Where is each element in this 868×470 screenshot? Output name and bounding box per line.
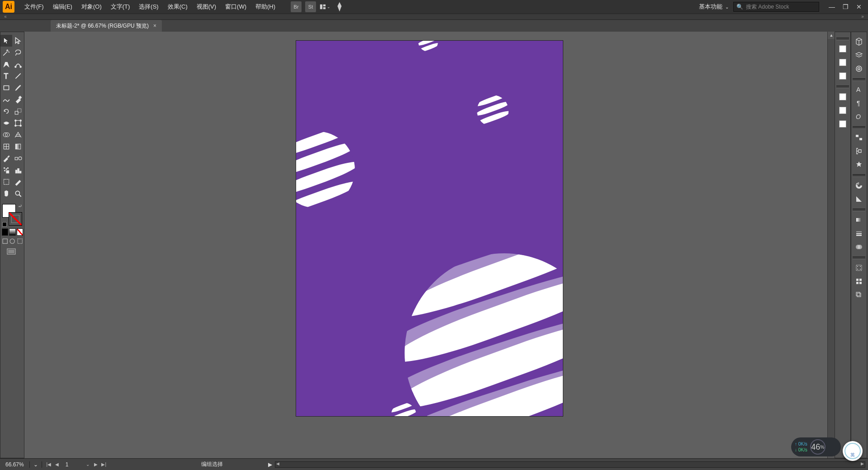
workspace-selector[interactable]: 基本功能 ⌄ [699, 3, 729, 11]
menu-edit[interactable]: 编辑(E) [48, 0, 77, 14]
eyedropper-tool[interactable] [0, 152, 12, 164]
color-panel-icon[interactable] [853, 179, 865, 192]
scale-tool[interactable] [12, 105, 24, 117]
canvas-area[interactable]: ▲ ▼ [24, 32, 835, 458]
type-tool[interactable]: T [0, 70, 12, 82]
swatch-3[interactable] [837, 69, 849, 83]
draw-normal-icon[interactable] [2, 237, 8, 245]
ime-indicator[interactable]: 英 [843, 441, 863, 461]
status-expander-icon[interactable]: ▶ [268, 461, 272, 468]
swap-fill-stroke-icon[interactable]: ⤾ [18, 203, 22, 209]
default-fill-stroke-icon[interactable] [2, 222, 7, 227]
pathfinder-panel-icon[interactable] [853, 158, 865, 171]
swatch-1[interactable] [837, 42, 849, 56]
menu-view[interactable]: 视图(V) [192, 0, 221, 14]
paragraph-panel-icon[interactable]: ¶ [853, 96, 865, 110]
expand-left-icon[interactable]: « [0, 14, 11, 19]
eraser-tool[interactable] [12, 94, 24, 105]
rectangle-tool[interactable] [0, 82, 12, 94]
artboard-number[interactable]: 1 [61, 461, 84, 468]
color-mode-none[interactable] [17, 228, 23, 236]
shape-builder-tool[interactable] [0, 129, 12, 141]
artboard-last-icon[interactable]: ▶| [100, 461, 108, 469]
symbols-panel-icon[interactable] [853, 288, 865, 302]
screen-mode-button[interactable] [0, 248, 24, 255]
line-tool[interactable] [12, 70, 24, 82]
artboard-tool[interactable] [0, 176, 12, 188]
menu-window[interactable]: 窗口(W) [221, 0, 251, 14]
bridge-icon[interactable]: Br [291, 1, 302, 12]
color-guide-panel-icon[interactable] [853, 192, 865, 206]
document-tab[interactable]: 未标题-2* @ 66.67% (RGB/GPU 预览) × [51, 20, 162, 32]
slice-tool[interactable] [12, 176, 24, 188]
gradient-panel-icon[interactable] [853, 213, 865, 227]
swatch-6[interactable] [837, 117, 849, 131]
column-graph-tool[interactable] [12, 164, 24, 176]
color-mode-solid[interactable] [2, 228, 8, 236]
appearance-panel-icon[interactable] [853, 261, 865, 275]
arrange-docs-icon[interactable]: ⌄ [320, 1, 330, 12]
perspective-grid-tool[interactable] [12, 129, 24, 141]
opentype-panel-icon[interactable]: O [853, 110, 865, 123]
curvature-tool[interactable] [12, 58, 24, 70]
menu-object[interactable]: 对象(O) [77, 0, 106, 14]
artboard-menu-chevron[interactable]: ⌄ [84, 461, 92, 469]
paintbrush-tool[interactable] [12, 82, 24, 94]
search-stock-input[interactable]: 🔍 搜索 Adobe Stock [733, 2, 819, 12]
selection-tool[interactable] [0, 35, 12, 47]
libraries-panel-icon[interactable] [853, 35, 865, 48]
layers-panel-icon[interactable] [853, 48, 865, 62]
color-mode-gradient[interactable] [9, 228, 15, 236]
free-transform-tool[interactable] [12, 117, 24, 129]
horizontal-scrollbar[interactable] [275, 461, 865, 468]
transform-panel-icon[interactable] [853, 131, 865, 144]
system-monitor-widget[interactable]: ↑ 0K/s ↓ 0K/s 46% [791, 437, 841, 456]
close-tab-icon[interactable]: × [153, 23, 156, 29]
maximize-button[interactable]: ❐ [839, 2, 852, 11]
direct-selection-tool[interactable] [12, 35, 24, 47]
rotate-tool[interactable] [0, 105, 12, 117]
artboard-first-icon[interactable]: |◀ [45, 461, 53, 469]
fill-stroke-control[interactable]: ⤾ [1, 203, 23, 227]
artboard-prev-icon[interactable]: ◀ [53, 461, 61, 469]
scroll-up-icon[interactable]: ▲ [828, 32, 835, 39]
draw-inside-icon[interactable] [17, 237, 23, 245]
gpu-rocket-icon[interactable] [334, 1, 345, 12]
menu-select[interactable]: 选择(S) [134, 0, 163, 14]
artboard-next-icon[interactable]: ▶ [92, 461, 100, 469]
symbol-sprayer-tool[interactable] [0, 164, 12, 176]
align-panel-icon[interactable] [853, 144, 865, 158]
zoom-menu-chevron[interactable]: ⌄ [29, 461, 42, 468]
shaper-tool[interactable] [0, 94, 12, 105]
hand-tool[interactable] [0, 188, 12, 199]
zoom-level[interactable]: 66.67% [0, 461, 29, 468]
pen-tool[interactable] [0, 58, 12, 70]
menu-help[interactable]: 帮助(H) [251, 0, 280, 14]
lasso-tool[interactable] [12, 47, 24, 58]
graphic-styles-panel-icon[interactable] [853, 275, 865, 288]
swatch-5[interactable] [837, 104, 849, 117]
stock-icon[interactable]: St [305, 1, 316, 12]
menu-effect[interactable]: 效果(C) [163, 0, 192, 14]
stroke-swatch[interactable] [9, 212, 22, 226]
minimize-button[interactable]: — [826, 2, 838, 11]
width-tool[interactable] [0, 117, 12, 129]
blend-tool[interactable] [12, 152, 24, 164]
zoom-tool[interactable] [12, 188, 24, 199]
expand-right-icon[interactable]: » [857, 14, 868, 19]
swatch-2[interactable] [837, 56, 849, 69]
transparency-panel-icon[interactable] [853, 240, 865, 254]
gradient-tool[interactable] [12, 141, 24, 152]
svg-rect-2 [323, 7, 326, 9]
menu-type[interactable]: 文字(T) [106, 0, 135, 14]
mesh-tool[interactable] [0, 141, 12, 152]
character-panel-icon[interactable]: A [853, 83, 865, 96]
cc-libraries-icon[interactable] [853, 62, 865, 76]
close-button[interactable]: ✕ [853, 2, 865, 11]
vertical-scrollbar[interactable]: ▲ ▼ [827, 32, 835, 458]
draw-behind-icon[interactable] [9, 237, 15, 245]
menu-file[interactable]: 文件(F) [20, 0, 48, 14]
stroke-panel-icon[interactable] [853, 227, 865, 240]
swatch-4[interactable] [837, 90, 849, 104]
magic-wand-tool[interactable] [0, 47, 12, 58]
